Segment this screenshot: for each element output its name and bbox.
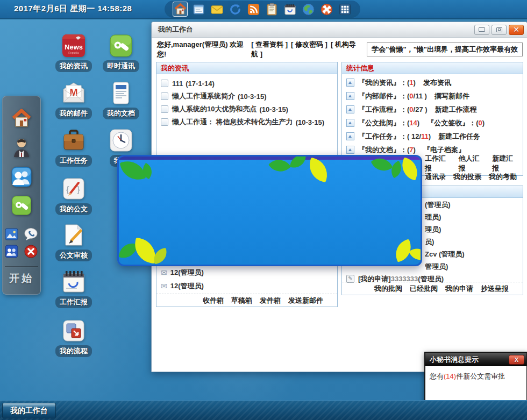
dock-home-icon[interactable] [11,108,32,130]
news-item[interactable]: 懒人工作通： 将信息技术转化为生产力(10-3-15) [161,116,333,129]
desktop-icon-mail[interactable]: M我的邮件 [49,81,98,119]
doc-row-text: Zcv (管理员) [425,250,465,259]
stat-link[interactable]: 新建工作任务 [438,132,480,141]
desktop-icon-task[interactable]: 工作任务 [49,128,98,167]
dock-people-icon[interactable] [4,244,19,259]
mail-link[interactable]: 发送新邮件 [288,296,323,304]
news-checkbox-icon[interactable] [161,105,168,113]
stat-panel-icon [346,119,354,127]
start-button[interactable]: 开始 [9,272,34,286]
news-checkbox-icon[interactable] [161,80,168,87]
news-item[interactable]: 懒人系统的10大优势和亮点(10-3-15) [161,103,333,116]
mail-item[interactable]: ✉12 (管理员) [161,279,333,293]
stat-text: ) [429,132,431,140]
mail-count: 12 [170,268,178,276]
mail-link[interactable]: 收件箱 [203,296,224,304]
stat-link[interactable]: 发布资讯 [423,78,451,88]
desktop-icon-label: 即时通讯 [103,60,139,72]
news-item[interactable]: 111(17-1-14) [161,77,333,90]
stat-link[interactable]: 『公文签收』：( [427,118,478,128]
stats-panel-title: 统计信息 [342,62,523,74]
stat-link[interactable]: 工作汇报 [425,154,451,173]
stat-text: 0 [479,119,482,127]
desktop-icon-label: 工作任务 [55,155,92,167]
secretary-close-button[interactable]: X [509,355,524,365]
desktop-icon-review[interactable]: 公文审核 [49,223,98,261]
dock-im-icon[interactable] [11,195,32,216]
restore-icon [496,27,502,32]
top-system-bar: 2017年2月6日 星期一 14:58:28 [0,0,527,19]
news-item-date: (17-1-14) [186,80,214,88]
welcome-link[interactable]: [ 查看资料 ] [251,40,288,48]
clock-app-icon [109,128,133,153]
toolbar-home-icon[interactable] [173,2,187,16]
welcome-greeting: 您好,manager(管理员) 欢迎您! [157,40,246,59]
minimize-button[interactable] [474,25,489,35]
toolbar-window-icon[interactable] [191,2,205,16]
mail-item[interactable]: ✉12 (管理员) [161,266,333,279]
doc-app-icon [109,81,133,105]
mail-owner: (管理员) [178,281,204,291]
stat-row: 『内部邮件』：( 0/11 )撰写新邮件 [346,89,518,103]
toolbar-clipboard-icon[interactable] [265,2,279,16]
dock-photo-icon[interactable] [4,227,19,241]
doc-row-text: 员) [425,237,434,247]
stat-link[interactable]: 我的考勤 [489,172,517,182]
window-titlebar[interactable]: 我的工作台 ✕ [152,22,527,38]
desktop-icon-flow[interactable]: 我的流程 [49,318,98,357]
svg-text:News: News [65,43,83,51]
stat-text: 7 [409,146,413,154]
mail-link[interactable]: 草稿箱 [231,296,252,304]
restore-button[interactable] [492,25,507,35]
toolbar-globe-icon[interactable] [301,2,315,16]
secretary-message: 您有(14)件新公文需审批 [425,366,526,387]
news-item[interactable]: 懒人工作通系统简介(10-3-15) [161,90,333,103]
dock-closered-icon[interactable] [24,244,38,259]
stat-panel-icon [346,146,354,154]
docs-link[interactable]: 已经批阅 [410,284,438,293]
toolbar-grid-icon[interactable] [338,2,352,16]
dock-chat-icon[interactable] [24,227,38,241]
news-item-title: 111 [172,80,183,88]
toolbar-lifebuoy-icon[interactable] [319,2,333,16]
stat-link[interactable]: 新建汇报 [492,154,518,173]
taskbar: 我的工作台 [0,400,527,420]
docs-link[interactable]: 我的申请 [445,284,473,293]
dock-contacts-icon[interactable] [11,166,32,188]
mail-owner: (管理员) [178,268,204,277]
mail-link[interactable]: 发件箱 [260,296,281,304]
secretary-message-text: 您有 [430,372,444,380]
news-panel-title: 我的资讯 [156,62,337,74]
toolbar-refresh-icon[interactable] [228,2,242,16]
desktop-icon-report[interactable]: 工作汇报 [49,269,98,308]
dock-small-icon-grid [4,227,39,259]
close-button[interactable]: ✕ [509,25,524,35]
welcome-bar: 您好,manager(管理员) 欢迎您! [ 查看资料 ][ 修改密码 ][ 机… [157,41,523,58]
toolbar-envelope-icon[interactable] [210,2,224,16]
stat-link[interactable]: 撰写新邮件 [435,91,469,101]
stat-text: 0 [409,105,413,113]
desktop-icon-doc[interactable]: 我的文档 [96,81,146,119]
toolbar-calendar-icon[interactable] [283,2,297,16]
envelope-icon: ✉ [161,268,167,277]
news-item-title: 懒人工作通系统简介 [172,91,235,101]
docs-link[interactable]: 我的批阅 [374,284,402,293]
taskbar-active-window-button[interactable]: 我的工作台 [2,403,56,418]
stat-link[interactable]: 新建工作流程 [435,105,477,115]
dock-avatar-icon[interactable] [11,137,32,158]
desktop-icon-news[interactable]: NewsRepublic我的资讯 [49,33,98,72]
stat-panel-icon [346,92,354,100]
desktop-icon-im[interactable]: 即时通讯 [96,33,146,72]
news-checkbox-icon[interactable] [161,118,168,126]
toolbar-rss-icon[interactable] [246,2,260,16]
desktop-icon-label: 我的文档 [103,108,139,119]
stat-link[interactable]: 我的投票 [453,172,481,182]
news-checkbox-icon[interactable] [161,92,168,100]
welcome-link[interactable]: [ 修改密码 ] [291,40,327,48]
desktop-icon-gongwen[interactable]: {}我的公文 [49,176,98,215]
docs-link[interactable]: 抄送呈报 [481,284,509,293]
stat-link[interactable]: 通讯录 [425,172,446,182]
minimize-icon [479,27,485,32]
ad-overlay-popup[interactable] [117,155,422,266]
stat-link[interactable]: 他人汇报 [459,154,485,173]
